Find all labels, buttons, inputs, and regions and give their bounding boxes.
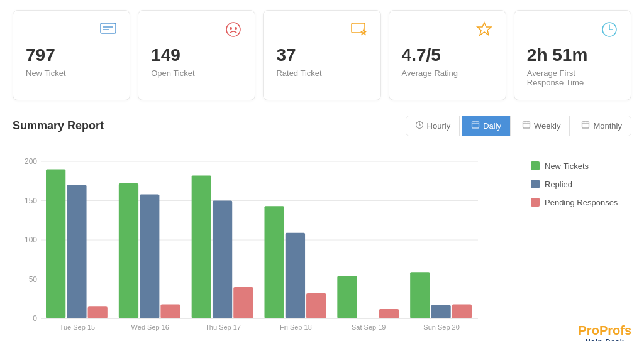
legend-color-pending bbox=[531, 198, 540, 207]
stat-label-open-ticket: Open Ticket bbox=[151, 68, 194, 78]
report-header: Summary Report HourlyDailyWeeklyMonthly bbox=[13, 116, 631, 136]
svg-point-4 bbox=[230, 27, 232, 30]
svg-text:Sat Sep 19: Sat Sep 19 bbox=[352, 323, 386, 331]
svg-rect-15 bbox=[472, 122, 479, 128]
stat-value-open-ticket: 149 bbox=[151, 45, 180, 66]
tab-label-monthly: Monthly bbox=[593, 121, 622, 131]
stat-label-new-ticket: New Ticket bbox=[26, 68, 66, 78]
svg-rect-19 bbox=[523, 122, 530, 128]
svg-rect-0 bbox=[101, 23, 116, 33]
stat-value-rated-ticket: 37 bbox=[276, 45, 296, 66]
tab-weekly[interactable]: Weekly bbox=[513, 116, 570, 136]
page: 797 New Ticket 149 Open Ticket 37 Rated … bbox=[0, 0, 644, 341]
svg-text:150: 150 bbox=[25, 196, 37, 205]
svg-rect-37 bbox=[46, 169, 65, 318]
svg-text:Tue Sep 15: Tue Sep 15 bbox=[60, 323, 95, 331]
legend-item-newTickets: New Tickets bbox=[531, 161, 631, 171]
chart-container: 050100150200Tue Sep 15Wed Sep 16Thu Sep … bbox=[13, 149, 631, 341]
tab-icon-monthly bbox=[581, 121, 590, 131]
brand-pro-text: Pro bbox=[579, 323, 599, 337]
stat-card-open-ticket: 149 Open Ticket bbox=[138, 10, 255, 100]
stat-icon-rated-ticket bbox=[350, 21, 368, 42]
legend-color-newTickets bbox=[531, 161, 540, 170]
svg-text:200: 200 bbox=[25, 157, 37, 166]
legend-color-replied bbox=[531, 180, 540, 188]
svg-rect-39 bbox=[88, 306, 108, 318]
legend-item-pending: Pending Responses bbox=[531, 198, 631, 207]
svg-marker-8 bbox=[477, 23, 491, 35]
stat-label-average-rating: Average Rating bbox=[402, 68, 458, 78]
svg-rect-50 bbox=[286, 232, 305, 318]
chart-legend: New Tickets Replied Pending Responses bbox=[531, 149, 631, 207]
report-section: Summary Report HourlyDailyWeeklyMonthly … bbox=[13, 116, 631, 341]
svg-rect-53 bbox=[337, 276, 357, 318]
stat-icon-open-ticket bbox=[225, 21, 242, 42]
stat-value-average-rating: 4.7/5 bbox=[402, 45, 441, 66]
brand-logo: ProProfs bbox=[579, 323, 631, 338]
stat-label-rated-ticket: Rated Ticket bbox=[276, 68, 321, 78]
stat-card-response-time: 2h 51m Average FirstResponse Time bbox=[514, 10, 631, 100]
svg-point-3 bbox=[226, 23, 240, 36]
svg-rect-54 bbox=[379, 309, 399, 318]
svg-rect-23 bbox=[582, 122, 589, 128]
svg-text:Wed Sep 16: Wed Sep 16 bbox=[131, 323, 169, 331]
tab-label-weekly: Weekly bbox=[534, 121, 560, 131]
chart-svg-wrapper: 050100150200Tue Sep 15Wed Sep 16Thu Sep … bbox=[13, 149, 518, 341]
stat-value-response-time: 2h 51m bbox=[527, 45, 588, 66]
svg-rect-42 bbox=[140, 194, 159, 318]
svg-rect-46 bbox=[213, 200, 232, 318]
stat-card-average-rating: 4.7/5 Average Rating bbox=[389, 10, 506, 100]
svg-point-5 bbox=[235, 27, 237, 30]
svg-text:Thu Sep 17: Thu Sep 17 bbox=[205, 323, 241, 331]
period-tabs: HourlyDailyWeeklyMonthly bbox=[406, 116, 631, 136]
svg-rect-41 bbox=[119, 183, 138, 318]
legend-label-replied: Replied bbox=[545, 180, 572, 189]
svg-marker-7 bbox=[361, 30, 366, 35]
tab-monthly[interactable]: Monthly bbox=[572, 116, 631, 136]
svg-rect-47 bbox=[233, 287, 253, 318]
report-title: Summary Report bbox=[13, 119, 104, 133]
stat-icon-response-time bbox=[601, 21, 618, 42]
svg-rect-57 bbox=[431, 305, 450, 318]
tab-daily[interactable]: Daily bbox=[462, 116, 511, 136]
stat-label-response-time: Average FirstResponse Time bbox=[527, 68, 584, 87]
svg-rect-49 bbox=[265, 206, 284, 318]
svg-rect-58 bbox=[452, 304, 472, 318]
svg-text:0: 0 bbox=[33, 314, 37, 323]
stat-value-new-ticket: 797 bbox=[26, 45, 55, 66]
svg-rect-51 bbox=[306, 293, 326, 318]
legend-item-replied: Replied bbox=[531, 180, 631, 189]
tab-label-hourly: Hourly bbox=[427, 121, 451, 131]
svg-rect-45 bbox=[192, 175, 211, 318]
chart-area: 050100150200Tue Sep 15Wed Sep 16Thu Sep … bbox=[13, 149, 518, 341]
svg-rect-56 bbox=[410, 272, 430, 318]
tab-icon-hourly bbox=[415, 121, 424, 131]
tab-icon-daily bbox=[471, 121, 480, 131]
brand-profs-text: Profs bbox=[599, 323, 631, 337]
svg-rect-43 bbox=[160, 304, 180, 318]
stat-card-new-ticket: 797 New Ticket bbox=[13, 10, 130, 100]
svg-rect-38 bbox=[67, 185, 86, 318]
svg-text:50: 50 bbox=[29, 274, 38, 283]
brand-subtitle: Help Desk bbox=[579, 338, 631, 341]
stats-row: 797 New Ticket 149 Open Ticket 37 Rated … bbox=[13, 10, 631, 100]
tab-hourly[interactable]: Hourly bbox=[406, 116, 460, 136]
stat-card-rated-ticket: 37 Rated Ticket bbox=[263, 10, 380, 100]
legend-label-newTickets: New Tickets bbox=[545, 161, 589, 171]
svg-text:100: 100 bbox=[25, 235, 37, 244]
svg-text:Fri Sep 18: Fri Sep 18 bbox=[280, 323, 312, 331]
svg-text:Sun Sep 20: Sun Sep 20 bbox=[423, 323, 460, 331]
branding: ProProfs Help Desk bbox=[579, 323, 631, 341]
legend-label-pending: Pending Responses bbox=[545, 198, 618, 207]
stat-icon-average-rating bbox=[475, 21, 493, 42]
stat-icon-new-ticket bbox=[99, 21, 117, 42]
tab-label-daily: Daily bbox=[483, 121, 501, 131]
tab-icon-weekly bbox=[522, 121, 531, 131]
